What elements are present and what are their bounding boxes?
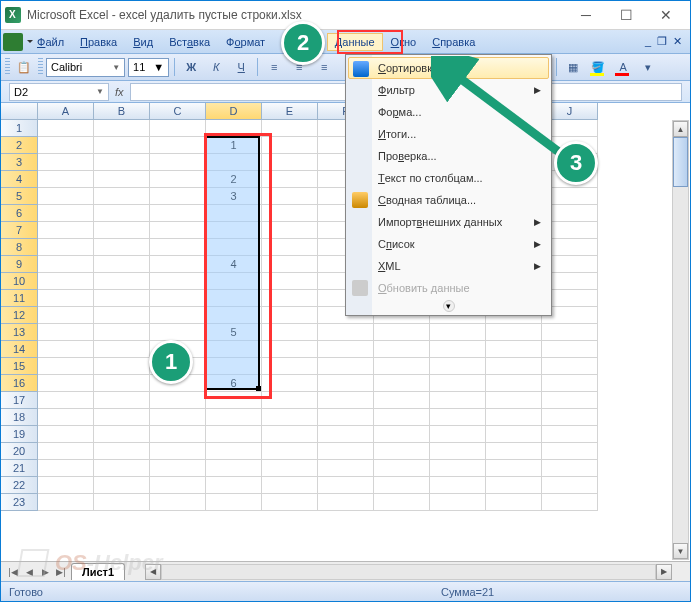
name-box[interactable]: D2 ▼ — [9, 83, 109, 101]
cell[interactable] — [150, 426, 206, 443]
cell[interactable] — [374, 477, 430, 494]
toolbar-grip[interactable] — [5, 58, 10, 76]
cell[interactable] — [150, 392, 206, 409]
cell[interactable] — [318, 392, 374, 409]
tab-nav[interactable]: |◀ ◀ ▶ ▶| — [5, 564, 69, 580]
cell[interactable] — [150, 120, 206, 137]
cell[interactable] — [262, 239, 318, 256]
cell[interactable] — [94, 222, 150, 239]
cell[interactable] — [94, 120, 150, 137]
close-button[interactable]: ✕ — [646, 3, 686, 27]
cell[interactable] — [542, 341, 598, 358]
cell[interactable] — [430, 324, 486, 341]
row-header[interactable]: 23 — [1, 494, 38, 511]
cell[interactable] — [38, 273, 94, 290]
cell[interactable] — [262, 137, 318, 154]
cell[interactable] — [38, 460, 94, 477]
borders-button[interactable]: ▦ — [562, 56, 584, 78]
menu-вставка[interactable]: Вставка — [161, 33, 218, 51]
row-header[interactable]: 12 — [1, 307, 38, 324]
cell[interactable] — [206, 426, 262, 443]
cell[interactable] — [542, 460, 598, 477]
column-header[interactable]: C — [150, 103, 206, 120]
cell[interactable] — [94, 460, 150, 477]
cell[interactable] — [94, 273, 150, 290]
row-header[interactable]: 18 — [1, 409, 38, 426]
cell[interactable] — [94, 358, 150, 375]
font-selector[interactable]: Calibri ▼ — [46, 58, 125, 77]
cell[interactable] — [262, 188, 318, 205]
cell[interactable] — [38, 307, 94, 324]
row-header[interactable]: 9 — [1, 256, 38, 273]
cell[interactable] — [94, 324, 150, 341]
cell[interactable] — [38, 341, 94, 358]
cell[interactable] — [486, 358, 542, 375]
menu-окно[interactable]: Окно — [383, 33, 425, 51]
row-header[interactable]: 8 — [1, 239, 38, 256]
cell[interactable] — [318, 341, 374, 358]
cell[interactable] — [262, 171, 318, 188]
cell[interactable] — [430, 392, 486, 409]
cell[interactable] — [150, 443, 206, 460]
cell[interactable] — [94, 290, 150, 307]
menu-expand-button[interactable]: ▾ — [348, 299, 549, 313]
column-header[interactable]: A — [38, 103, 94, 120]
row-header[interactable]: 15 — [1, 358, 38, 375]
cell[interactable] — [150, 307, 206, 324]
menu-item--[interactable]: Сводная таблица... — [348, 189, 549, 211]
cell[interactable] — [94, 171, 150, 188]
select-all-corner[interactable] — [1, 103, 38, 120]
cell[interactable] — [430, 494, 486, 511]
menu-формат[interactable]: Формат — [218, 33, 273, 51]
cell[interactable] — [206, 460, 262, 477]
font-size-selector[interactable]: 11 ▼ — [128, 58, 169, 77]
cell[interactable] — [94, 137, 150, 154]
cell[interactable] — [38, 222, 94, 239]
cell[interactable] — [430, 341, 486, 358]
expand-menu-icon[interactable]: ▾ — [443, 300, 455, 312]
cell[interactable] — [38, 358, 94, 375]
cell[interactable] — [430, 477, 486, 494]
scroll-thumb[interactable] — [673, 137, 688, 187]
cell[interactable] — [374, 426, 430, 443]
menu-вид[interactable]: Вид — [125, 33, 161, 51]
cell[interactable] — [542, 426, 598, 443]
menu-item--[interactable]: Проверка... — [348, 145, 549, 167]
menu-item--[interactable]: Итоги... — [348, 123, 549, 145]
row-header[interactable]: 5 — [1, 188, 38, 205]
row-header[interactable]: 3 — [1, 154, 38, 171]
menu-item--[interactable]: Сортировка... — [348, 57, 549, 79]
cell[interactable] — [262, 120, 318, 137]
cell[interactable] — [38, 392, 94, 409]
menu-файл[interactable]: Файл — [29, 33, 72, 51]
cell[interactable] — [38, 494, 94, 511]
cell[interactable] — [38, 256, 94, 273]
cell[interactable] — [318, 426, 374, 443]
cell[interactable] — [430, 409, 486, 426]
cell[interactable] — [486, 443, 542, 460]
cell[interactable] — [318, 443, 374, 460]
row-header[interactable]: 10 — [1, 273, 38, 290]
row-header[interactable]: 14 — [1, 341, 38, 358]
cell[interactable] — [262, 307, 318, 324]
cell[interactable] — [374, 375, 430, 392]
cell[interactable] — [150, 171, 206, 188]
cell[interactable] — [374, 341, 430, 358]
cell[interactable] — [94, 375, 150, 392]
tab-prev-icon[interactable]: ◀ — [21, 564, 37, 580]
cell[interactable] — [94, 409, 150, 426]
tab-last-icon[interactable]: ▶| — [53, 564, 69, 580]
doc-minimize-button[interactable]: _ — [645, 35, 651, 48]
cell[interactable] — [150, 188, 206, 205]
cell[interactable] — [262, 409, 318, 426]
fx-icon[interactable]: fx — [115, 86, 124, 98]
cell[interactable] — [38, 205, 94, 222]
cell[interactable] — [486, 341, 542, 358]
cell[interactable] — [38, 290, 94, 307]
cell[interactable] — [262, 358, 318, 375]
cell[interactable] — [94, 477, 150, 494]
doc-close-button[interactable]: ✕ — [673, 35, 682, 48]
cell[interactable] — [318, 460, 374, 477]
cell[interactable] — [262, 460, 318, 477]
cell[interactable] — [542, 358, 598, 375]
